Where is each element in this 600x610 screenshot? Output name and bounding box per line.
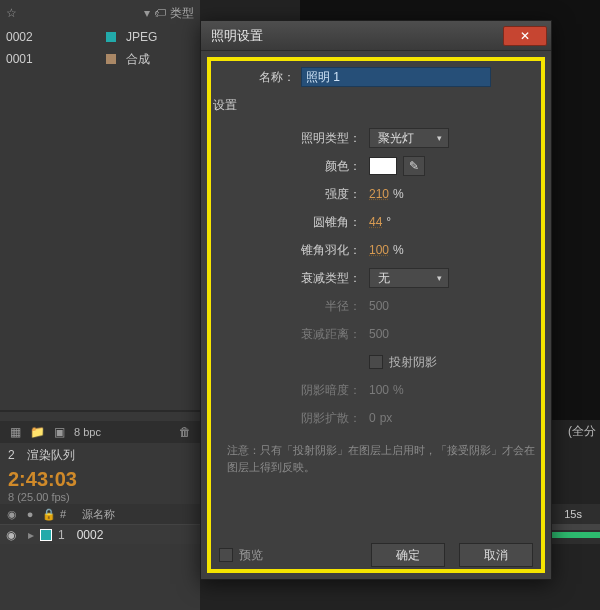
name-input[interactable] [301, 67, 491, 87]
cone-feather-label: 锥角羽化： [211, 242, 361, 259]
ok-button[interactable]: 确定 [371, 543, 445, 567]
trash-icon[interactable]: 🗑 [178, 425, 192, 439]
intensity-value[interactable]: 210 [369, 187, 389, 201]
tag-icon[interactable]: 🏷 [154, 6, 166, 20]
label-swatch[interactable] [106, 54, 116, 64]
layer-index: 1 [58, 528, 65, 542]
bin-icon[interactable]: ▦ [8, 425, 22, 439]
dialog-title: 照明设置 [211, 27, 263, 45]
new-comp-icon[interactable]: ▣ [52, 425, 66, 439]
timecode-fps: 8 (25.00 fps) [8, 491, 77, 503]
shadow-darkness-value: 100 [369, 383, 389, 397]
timecode-display[interactable]: 2:43:03 8 (25.00 fps) [8, 468, 77, 503]
project-panel-header: ☆ ▾ 🏷 类型 [0, 0, 200, 26]
radius-label: 半径： [211, 298, 361, 315]
preview-label: 预览 [239, 547, 263, 564]
cone-angle-unit: ° [386, 215, 391, 229]
panel-divider[interactable] [0, 410, 200, 412]
name-label: 名称： [251, 69, 295, 86]
intensity-label: 强度： [211, 186, 361, 203]
bpc-indicator[interactable]: 8 bpc [74, 426, 101, 438]
eye-icon[interactable]: ◉ [6, 528, 16, 542]
project-item-type: 合成 [126, 51, 150, 68]
eyedropper-icon: ✎ [409, 159, 419, 173]
chevron-down-icon: ▾ [437, 273, 442, 283]
settings-section-header: 设置 [213, 97, 541, 114]
project-row[interactable]: 0001 合成 [0, 48, 200, 70]
lock-column-icon[interactable]: 🔒 [42, 508, 54, 520]
timeline-time-marker: 15s [564, 508, 582, 520]
light-type-label: 照明类型： [211, 130, 361, 147]
tab-timeline[interactable]: 2 [8, 448, 15, 462]
close-button[interactable]: ✕ [503, 26, 547, 46]
falloff-type-dropdown[interactable]: 无 ▾ [369, 268, 449, 288]
shadow-diffusion-unit: px [380, 411, 393, 425]
preview-checkbox[interactable] [219, 548, 233, 562]
dialog-titlebar[interactable]: 照明设置 ✕ [201, 21, 551, 51]
dialog-content: 名称： 设置 照明类型： 聚光灯 ▾ 颜色： ✎ 强度： 210 [211, 61, 541, 569]
cancel-button[interactable]: 取消 [459, 543, 533, 567]
chevron-down-icon[interactable]: ▾ [144, 6, 150, 20]
preview-toggle[interactable]: 预览 [219, 547, 263, 564]
light-type-value: 聚光灯 [378, 130, 414, 147]
folder-icon[interactable]: 📁 [30, 425, 44, 439]
column-type-header: 类型 [170, 5, 194, 22]
timecode-value: 2:43:03 [8, 468, 77, 491]
cast-shadows-label: 投射阴影 [389, 354, 437, 371]
radius-value: 500 [369, 299, 389, 313]
cast-shadows-checkbox[interactable] [369, 355, 383, 369]
layer-row[interactable]: ◉ ▸ 1 0002 [0, 524, 200, 544]
falloff-type-value: 无 [378, 270, 390, 287]
index-column-header: # [60, 508, 66, 520]
favorite-icon[interactable]: ☆ [6, 6, 17, 20]
project-toolbar: ▦ 📁 ▣ 8 bpc 🗑 [0, 421, 200, 443]
footer-tabs: 2 渲染队列 [0, 445, 83, 465]
project-row[interactable]: 0002 JPEG [0, 26, 200, 48]
shadow-darkness-unit: % [393, 383, 404, 397]
layer-panel-header: ◉ ● 🔒 # 源名称 [0, 504, 200, 524]
solo-column-icon[interactable]: ● [24, 508, 36, 520]
eyedropper-button[interactable]: ✎ [403, 156, 425, 176]
tab-render-queue[interactable]: 渲染队列 [27, 447, 75, 464]
falloff-distance-label: 衰减距离： [211, 326, 361, 343]
layer-thumb-icon [40, 529, 52, 541]
shadow-darkness-label: 阴影暗度： [211, 382, 361, 399]
shadow-diffusion-value: 0 [369, 411, 376, 425]
light-settings-dialog: 照明设置 ✕ 名称： 设置 照明类型： 聚光灯 ▾ 颜色： ✎ [200, 20, 552, 580]
intensity-unit: % [393, 187, 404, 201]
project-item-type: JPEG [126, 30, 157, 44]
cone-angle-label: 圆锥角： [211, 214, 361, 231]
project-item-name: 0001 [6, 52, 106, 66]
color-label: 颜色： [211, 158, 361, 175]
project-item-name: 0002 [6, 30, 106, 44]
shadow-diffusion-label: 阴影扩散： [211, 410, 361, 427]
shadow-note: 注意：只有「投射阴影」在图层上启用时，「接受阴影」才会在图层上得到反映。 [227, 442, 535, 475]
cone-angle-value[interactable]: 44 [369, 215, 382, 229]
falloff-type-label: 衰减类型： [211, 270, 361, 287]
source-name-column-header: 源名称 [82, 507, 115, 522]
cone-feather-unit: % [393, 243, 404, 257]
chevron-down-icon: ▾ [437, 133, 442, 143]
layer-name: 0002 [77, 528, 104, 542]
light-type-dropdown[interactable]: 聚光灯 ▾ [369, 128, 449, 148]
cone-feather-value[interactable]: 100 [369, 243, 389, 257]
label-swatch[interactable] [106, 32, 116, 42]
eye-column-icon[interactable]: ◉ [6, 508, 18, 520]
twirl-icon[interactable]: ▸ [28, 528, 34, 542]
falloff-distance-value: 500 [369, 327, 389, 341]
resolution-label[interactable]: (全分 [568, 423, 596, 440]
color-swatch[interactable] [369, 157, 397, 175]
